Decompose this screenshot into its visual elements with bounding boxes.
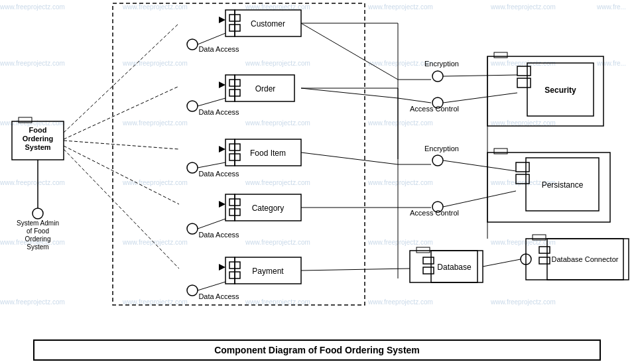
svg-rect-7 [225, 10, 235, 36]
category-label: Category [252, 204, 285, 213]
svg-rect-47 [517, 66, 531, 76]
access-control-label-top: Access Control [410, 105, 459, 113]
svg-rect-84 [539, 257, 550, 264]
system-admin-label2: of Food [27, 227, 49, 235]
encryption-label-bottom: Encryption [424, 145, 459, 152]
svg-rect-76 [416, 247, 430, 253]
category-data-access-label: Data Access [198, 231, 239, 239]
svg-line-55 [301, 88, 398, 98]
order-data-access-label: Data Access [198, 108, 239, 116]
diagram-container: www.freeprojectz.com www.freeprojectz.co… [0, 0, 634, 364]
svg-line-51 [443, 75, 517, 76]
svg-rect-62 [494, 149, 507, 154]
customer-label: Customer [251, 19, 285, 29]
svg-line-54 [301, 23, 398, 80]
svg-marker-6 [219, 17, 225, 23]
svg-marker-22 [219, 146, 225, 152]
svg-line-67 [443, 160, 516, 171]
svg-point-3 [32, 208, 43, 219]
svg-line-28 [198, 162, 225, 168]
access-control-label-bottom: Access Control [410, 209, 459, 217]
svg-rect-23 [225, 139, 235, 166]
svg-point-50 [432, 71, 443, 82]
svg-line-44 [198, 282, 225, 290]
svg-point-35 [187, 223, 198, 234]
svg-rect-82 [533, 235, 546, 240]
svg-line-53 [443, 93, 517, 103]
svg-point-66 [432, 155, 443, 166]
svg-rect-63 [516, 162, 529, 172]
caption-bar: Component Diagram of Food Ordering Syste… [33, 339, 601, 361]
svg-rect-2 [19, 117, 32, 123]
svg-line-5 [64, 23, 179, 133]
customer-data-access-label: Data Access [198, 45, 239, 53]
svg-line-37 [64, 149, 179, 269]
order-label: Order [255, 84, 276, 93]
svg-line-80 [301, 269, 410, 271]
system-admin-label: System Admin [17, 219, 59, 227]
svg-line-36 [198, 219, 225, 229]
svg-line-20 [198, 98, 225, 106]
diagram-svg: Food Ordering System System Admin of Foo… [0, 0, 634, 364]
svg-line-69 [443, 191, 516, 207]
svg-line-70 [301, 152, 398, 164]
fos-label3: System [25, 143, 50, 151]
svg-rect-77 [423, 257, 434, 264]
svg-rect-78 [423, 267, 434, 274]
svg-line-57 [398, 98, 431, 103]
svg-marker-38 [219, 264, 225, 271]
database-connector-label: Database Connector [552, 255, 619, 263]
system-admin-label4: System [27, 243, 48, 251]
svg-line-13 [64, 86, 179, 139]
food-item-label: Food Item [250, 149, 286, 158]
svg-line-29 [64, 146, 179, 204]
svg-rect-46 [494, 52, 507, 58]
svg-rect-31 [225, 194, 235, 221]
fooditem-data-access-label: Data Access [198, 170, 239, 178]
payment-label: Payment [252, 267, 284, 276]
svg-rect-39 [225, 257, 235, 284]
diagram-title: Component Diagram of Food Ordering Syste… [214, 345, 420, 355]
fos-label2: Ordering [23, 135, 53, 143]
system-admin-label3: Ordering [25, 235, 51, 243]
encryption-label-top: Encryption [424, 60, 459, 68]
svg-point-19 [187, 101, 198, 111]
security-label: Security [544, 86, 576, 95]
fos-label: Food [29, 126, 47, 134]
svg-rect-83 [539, 247, 550, 253]
payment-data-access-label: Data Access [198, 292, 239, 300]
svg-marker-14 [219, 82, 225, 88]
svg-line-21 [64, 141, 179, 149]
svg-point-27 [187, 162, 198, 173]
svg-rect-48 [517, 78, 531, 88]
svg-line-87 [483, 259, 521, 267]
persistance-label: Persistance [542, 180, 584, 190]
svg-line-12 [198, 33, 225, 44]
svg-rect-15 [225, 75, 235, 101]
svg-marker-30 [219, 201, 225, 208]
svg-point-43 [187, 285, 198, 296]
svg-point-11 [187, 39, 198, 50]
database-label: Database [437, 263, 472, 272]
svg-rect-64 [516, 174, 529, 184]
